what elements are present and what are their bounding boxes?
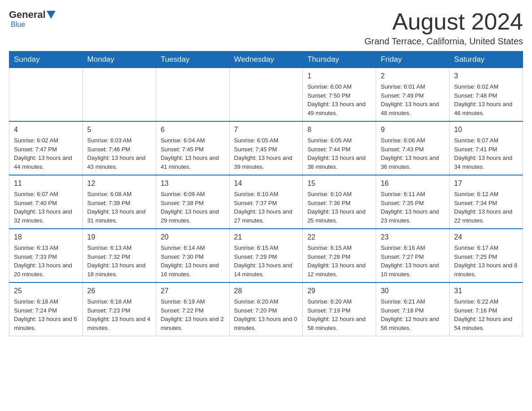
calendar-cell: 11Sunrise: 6:07 AM Sunset: 7:40 PM Dayli… bbox=[9, 175, 83, 229]
calendar-cell: 10Sunrise: 6:07 AM Sunset: 7:41 PM Dayli… bbox=[450, 121, 523, 175]
day-number: 30 bbox=[381, 286, 445, 296]
calendar-table: Sunday Monday Tuesday Wednesday Thursday… bbox=[9, 51, 523, 336]
day-info: Sunrise: 6:16 AM Sunset: 7:27 PM Dayligh… bbox=[381, 244, 445, 278]
weekday-header-row: Sunday Monday Tuesday Wednesday Thursday… bbox=[9, 51, 523, 68]
calendar-cell: 16Sunrise: 6:11 AM Sunset: 7:35 PM Dayli… bbox=[376, 175, 450, 229]
header-monday: Monday bbox=[82, 51, 156, 68]
day-info: Sunrise: 6:15 AM Sunset: 7:28 PM Dayligh… bbox=[307, 244, 371, 278]
logo-arrow-icon bbox=[47, 11, 56, 19]
day-info: Sunrise: 6:20 AM Sunset: 7:20 PM Dayligh… bbox=[234, 297, 298, 332]
day-info: Sunrise: 6:18 AM Sunset: 7:24 PM Dayligh… bbox=[14, 297, 78, 332]
calendar-cell: 1Sunrise: 6:00 AM Sunset: 7:50 PM Daylig… bbox=[303, 68, 376, 122]
day-info: Sunrise: 6:09 AM Sunset: 7:38 PM Dayligh… bbox=[161, 190, 225, 225]
day-info: Sunrise: 6:13 AM Sunset: 7:32 PM Dayligh… bbox=[87, 244, 151, 278]
day-number: 13 bbox=[161, 178, 225, 189]
day-info: Sunrise: 6:08 AM Sunset: 7:39 PM Dayligh… bbox=[87, 190, 151, 225]
header-thursday: Thursday bbox=[303, 51, 376, 68]
day-info: Sunrise: 6:14 AM Sunset: 7:30 PM Dayligh… bbox=[161, 244, 225, 278]
calendar-cell: 22Sunrise: 6:15 AM Sunset: 7:28 PM Dayli… bbox=[303, 229, 376, 283]
day-number: 21 bbox=[234, 232, 298, 243]
calendar-cell: 9Sunrise: 6:06 AM Sunset: 7:43 PM Daylig… bbox=[376, 121, 450, 175]
calendar-cell: 6Sunrise: 6:04 AM Sunset: 7:45 PM Daylig… bbox=[156, 121, 229, 175]
month-title: August 2024 bbox=[365, 9, 523, 34]
day-info: Sunrise: 6:12 AM Sunset: 7:34 PM Dayligh… bbox=[454, 190, 518, 225]
day-number: 26 bbox=[87, 286, 151, 296]
calendar-row-4: 25Sunrise: 6:18 AM Sunset: 7:24 PM Dayli… bbox=[9, 283, 523, 336]
day-info: Sunrise: 6:02 AM Sunset: 7:48 PM Dayligh… bbox=[454, 82, 518, 117]
header-sunday: Sunday bbox=[9, 51, 83, 68]
calendar-cell: 3Sunrise: 6:02 AM Sunset: 7:48 PM Daylig… bbox=[450, 68, 523, 122]
day-info: Sunrise: 6:10 AM Sunset: 7:37 PM Dayligh… bbox=[234, 190, 298, 225]
day-number: 23 bbox=[381, 232, 445, 243]
day-number: 10 bbox=[454, 124, 518, 135]
calendar-row-1: 4Sunrise: 6:02 AM Sunset: 7:47 PM Daylig… bbox=[9, 121, 523, 175]
calendar-cell: 29Sunrise: 6:20 AM Sunset: 7:19 PM Dayli… bbox=[303, 283, 376, 336]
day-number: 28 bbox=[234, 286, 298, 296]
calendar-cell: 5Sunrise: 6:03 AM Sunset: 7:46 PM Daylig… bbox=[82, 121, 156, 175]
header-tuesday: Tuesday bbox=[156, 51, 229, 68]
calendar-cell: 7Sunrise: 6:05 AM Sunset: 7:45 PM Daylig… bbox=[229, 121, 303, 175]
day-number: 17 bbox=[454, 178, 518, 189]
day-info: Sunrise: 6:15 AM Sunset: 7:29 PM Dayligh… bbox=[234, 244, 298, 278]
day-info: Sunrise: 6:00 AM Sunset: 7:50 PM Dayligh… bbox=[307, 82, 371, 117]
calendar-cell: 20Sunrise: 6:14 AM Sunset: 7:30 PM Dayli… bbox=[156, 229, 229, 283]
calendar-row-0: 1Sunrise: 6:00 AM Sunset: 7:50 PM Daylig… bbox=[9, 68, 523, 122]
day-info: Sunrise: 6:06 AM Sunset: 7:43 PM Dayligh… bbox=[381, 136, 445, 171]
calendar-cell: 25Sunrise: 6:18 AM Sunset: 7:24 PM Dayli… bbox=[9, 283, 83, 336]
day-number: 7 bbox=[234, 124, 298, 135]
day-number: 31 bbox=[454, 286, 518, 296]
day-info: Sunrise: 6:07 AM Sunset: 7:41 PM Dayligh… bbox=[454, 136, 518, 171]
day-number: 3 bbox=[454, 71, 518, 81]
day-info: Sunrise: 6:21 AM Sunset: 7:18 PM Dayligh… bbox=[381, 297, 445, 332]
day-info: Sunrise: 6:03 AM Sunset: 7:46 PM Dayligh… bbox=[87, 136, 151, 171]
day-number: 16 bbox=[381, 178, 445, 189]
day-number: 24 bbox=[454, 232, 518, 243]
logo: General Blue bbox=[9, 9, 56, 29]
day-info: Sunrise: 6:13 AM Sunset: 7:33 PM Dayligh… bbox=[14, 244, 78, 278]
day-number: 6 bbox=[161, 124, 225, 135]
day-number: 22 bbox=[307, 232, 371, 243]
day-info: Sunrise: 6:20 AM Sunset: 7:19 PM Dayligh… bbox=[307, 297, 371, 332]
calendar-cell: 18Sunrise: 6:13 AM Sunset: 7:33 PM Dayli… bbox=[9, 229, 83, 283]
calendar-cell: 4Sunrise: 6:02 AM Sunset: 7:47 PM Daylig… bbox=[9, 121, 83, 175]
calendar-cell bbox=[156, 68, 229, 122]
calendar-cell bbox=[82, 68, 156, 122]
location-title: Grand Terrace, California, United States bbox=[365, 36, 523, 47]
day-number: 20 bbox=[161, 232, 225, 243]
calendar-cell: 21Sunrise: 6:15 AM Sunset: 7:29 PM Dayli… bbox=[229, 229, 303, 283]
day-number: 27 bbox=[161, 286, 225, 296]
day-number: 2 bbox=[381, 71, 445, 81]
day-info: Sunrise: 6:05 AM Sunset: 7:45 PM Dayligh… bbox=[234, 136, 298, 171]
logo-blue-text: Blue bbox=[11, 21, 25, 28]
day-info: Sunrise: 6:11 AM Sunset: 7:35 PM Dayligh… bbox=[381, 190, 445, 225]
calendar-cell: 31Sunrise: 6:22 AM Sunset: 7:16 PM Dayli… bbox=[450, 283, 523, 336]
day-info: Sunrise: 6:22 AM Sunset: 7:16 PM Dayligh… bbox=[454, 297, 518, 332]
calendar-cell: 27Sunrise: 6:19 AM Sunset: 7:22 PM Dayli… bbox=[156, 283, 229, 336]
calendar-cell: 23Sunrise: 6:16 AM Sunset: 7:27 PM Dayli… bbox=[376, 229, 450, 283]
calendar-cell: 28Sunrise: 6:20 AM Sunset: 7:20 PM Dayli… bbox=[229, 283, 303, 336]
calendar-cell: 14Sunrise: 6:10 AM Sunset: 7:37 PM Dayli… bbox=[229, 175, 303, 229]
calendar-cell: 13Sunrise: 6:09 AM Sunset: 7:38 PM Dayli… bbox=[156, 175, 229, 229]
calendar-cell: 17Sunrise: 6:12 AM Sunset: 7:34 PM Dayli… bbox=[450, 175, 523, 229]
day-number: 25 bbox=[14, 286, 78, 296]
calendar-cell bbox=[229, 68, 303, 122]
calendar-row-3: 18Sunrise: 6:13 AM Sunset: 7:33 PM Dayli… bbox=[9, 229, 523, 283]
header-friday: Friday bbox=[376, 51, 450, 68]
day-info: Sunrise: 6:19 AM Sunset: 7:22 PM Dayligh… bbox=[161, 297, 225, 332]
day-number: 29 bbox=[307, 286, 371, 296]
calendar-cell: 12Sunrise: 6:08 AM Sunset: 7:39 PM Dayli… bbox=[82, 175, 156, 229]
day-info: Sunrise: 6:05 AM Sunset: 7:44 PM Dayligh… bbox=[307, 136, 371, 171]
calendar-cell bbox=[9, 68, 83, 122]
day-number: 12 bbox=[87, 178, 151, 189]
day-number: 11 bbox=[14, 178, 78, 189]
day-info: Sunrise: 6:07 AM Sunset: 7:40 PM Dayligh… bbox=[14, 190, 78, 225]
day-info: Sunrise: 6:01 AM Sunset: 7:49 PM Dayligh… bbox=[381, 82, 445, 117]
calendar-cell: 19Sunrise: 6:13 AM Sunset: 7:32 PM Dayli… bbox=[82, 229, 156, 283]
day-number: 8 bbox=[307, 124, 371, 135]
calendar-cell: 26Sunrise: 6:18 AM Sunset: 7:23 PM Dayli… bbox=[82, 283, 156, 336]
day-info: Sunrise: 6:10 AM Sunset: 7:36 PM Dayligh… bbox=[307, 190, 371, 225]
calendar-cell: 24Sunrise: 6:17 AM Sunset: 7:25 PM Dayli… bbox=[450, 229, 523, 283]
calendar-cell: 15Sunrise: 6:10 AM Sunset: 7:36 PM Dayli… bbox=[303, 175, 376, 229]
day-number: 14 bbox=[234, 178, 298, 189]
day-number: 18 bbox=[14, 232, 78, 243]
